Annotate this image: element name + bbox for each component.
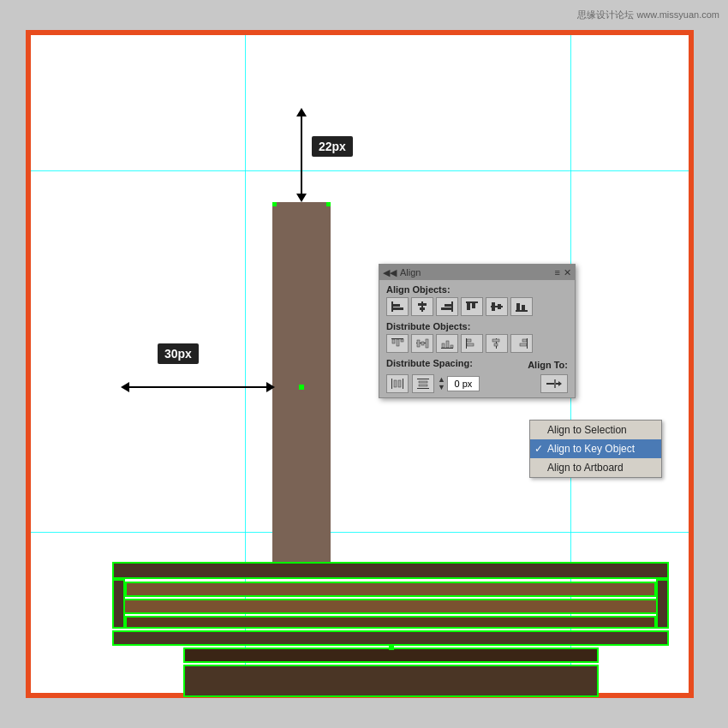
svg-rect-7 bbox=[445, 304, 451, 307]
distribute-objects-label: Distribute Objects: bbox=[386, 321, 568, 331]
svg-rect-49 bbox=[554, 379, 556, 388]
svg-rect-46 bbox=[419, 385, 427, 386]
svg-rect-16 bbox=[516, 303, 520, 310]
svg-rect-5 bbox=[420, 307, 425, 310]
green-dot-platform bbox=[389, 645, 394, 650]
distribute-spacing-label: Distribute Spacing: bbox=[386, 358, 473, 368]
svg-rect-28 bbox=[446, 341, 449, 348]
align-to-label: Align To: bbox=[528, 360, 568, 370]
align-panel-close-icon[interactable]: ✕ bbox=[564, 267, 571, 278]
dist-left-edges-btn[interactable] bbox=[461, 334, 483, 353]
arrow-head-right bbox=[266, 382, 275, 392]
align-center-h-btn[interactable] bbox=[411, 297, 433, 316]
dist-center-v-btn[interactable] bbox=[411, 334, 433, 353]
svg-marker-48 bbox=[558, 381, 562, 386]
corner-dot-tr bbox=[326, 202, 331, 206]
svg-rect-19 bbox=[392, 339, 395, 343]
distribute-objects-row bbox=[386, 334, 568, 353]
svg-rect-23 bbox=[417, 340, 420, 347]
platform-base-bottom bbox=[183, 665, 599, 697]
canvas-area: 22px 30px ◀◀ Align ≡ bbox=[0, 0, 728, 728]
svg-rect-37 bbox=[522, 339, 527, 342]
label-30px: 30px bbox=[158, 343, 199, 364]
green-dot-center bbox=[299, 385, 304, 390]
svg-rect-9 bbox=[466, 301, 478, 303]
svg-rect-11 bbox=[472, 303, 475, 308]
dist-spacing-h-btn[interactable] bbox=[386, 374, 409, 393]
arrow-30px bbox=[121, 382, 275, 392]
platform-base-top bbox=[112, 562, 669, 579]
arrow-head-down bbox=[296, 194, 307, 202]
align-panel-titlebar: ◀◀ Align ≡ ✕ bbox=[379, 265, 575, 280]
svg-rect-25 bbox=[426, 339, 428, 348]
svg-rect-35 bbox=[494, 343, 498, 346]
svg-rect-38 bbox=[520, 343, 527, 346]
arrow-head-left bbox=[121, 382, 129, 392]
align-objects-row bbox=[386, 297, 568, 316]
guide-horizontal-1 bbox=[31, 170, 689, 171]
align-right-edges-btn[interactable] bbox=[436, 297, 458, 316]
dropdown-item-selection[interactable]: Align to Selection bbox=[530, 421, 661, 439]
align-to-btn[interactable] bbox=[540, 374, 568, 393]
align-objects-label: Align Objects: bbox=[386, 284, 568, 295]
align-center-v-btn[interactable] bbox=[486, 297, 508, 316]
arrow-line-22 bbox=[301, 116, 302, 194]
spacing-input[interactable]: 0 px bbox=[447, 376, 480, 391]
svg-rect-29 bbox=[451, 345, 453, 348]
svg-rect-13 bbox=[492, 302, 495, 311]
svg-rect-34 bbox=[492, 339, 499, 342]
platform-strip-1 bbox=[125, 582, 656, 597]
platform-strip-2 bbox=[112, 599, 669, 614]
dist-top-edges-btn[interactable] bbox=[386, 334, 409, 353]
align-top-edges-btn[interactable] bbox=[461, 297, 483, 316]
guide-horizontal-2 bbox=[31, 532, 689, 533]
side-ext-left bbox=[112, 579, 125, 629]
dist-right-edges-btn[interactable] bbox=[510, 334, 533, 353]
arrow-22px bbox=[296, 108, 307, 202]
svg-rect-42 bbox=[398, 380, 401, 387]
spacing-input-group: ▲ ▼ 0 px bbox=[438, 376, 480, 391]
align-bottom-edges-btn[interactable] bbox=[510, 297, 533, 316]
svg-rect-1 bbox=[393, 304, 400, 307]
svg-rect-2 bbox=[393, 307, 403, 310]
arrow-line-30 bbox=[129, 386, 266, 388]
svg-rect-24 bbox=[421, 342, 424, 345]
label-22px: 22px bbox=[312, 136, 353, 157]
align-panel-title: ◀◀ Align bbox=[383, 267, 421, 278]
align-panel-collapse[interactable]: ◀◀ bbox=[383, 267, 397, 278]
platform-strip-4 bbox=[112, 630, 669, 646]
dist-spacing-v-btn[interactable] bbox=[412, 374, 434, 393]
align-panel-body: Align Objects: bbox=[379, 280, 575, 397]
svg-rect-41 bbox=[394, 380, 397, 387]
align-panel-menu-icon[interactable]: ≡ bbox=[555, 267, 560, 278]
align-panel-label: Align bbox=[400, 267, 421, 277]
side-ext-right bbox=[656, 579, 669, 629]
dist-center-h-btn[interactable] bbox=[486, 334, 508, 353]
svg-rect-17 bbox=[522, 305, 525, 310]
dropdown-item-artboard[interactable]: Align to Artboard bbox=[530, 458, 661, 477]
align-to-dropdown[interactable]: Align to Selection Align to Key Object A… bbox=[529, 420, 662, 478]
svg-rect-31 bbox=[467, 339, 471, 342]
svg-rect-32 bbox=[467, 343, 474, 346]
artboard: 22px 30px bbox=[26, 30, 694, 698]
svg-rect-10 bbox=[467, 303, 470, 310]
svg-rect-40 bbox=[403, 379, 403, 389]
dist-bottom-edges-btn[interactable] bbox=[436, 334, 458, 353]
svg-rect-6 bbox=[451, 301, 453, 312]
svg-rect-43 bbox=[417, 379, 429, 379]
svg-rect-47 bbox=[546, 383, 558, 385]
align-left-edges-btn[interactable] bbox=[386, 297, 409, 316]
dropdown-item-key-object[interactable]: Align to Key Object bbox=[530, 439, 661, 458]
svg-rect-39 bbox=[391, 379, 392, 389]
svg-rect-14 bbox=[498, 304, 501, 309]
watermark: 思缘设计论坛 www.missyuan.com bbox=[577, 9, 719, 21]
svg-rect-27 bbox=[442, 343, 445, 348]
svg-rect-44 bbox=[417, 388, 429, 389]
align-panel-controls: ≡ ✕ bbox=[555, 267, 571, 278]
corner-dot-tl bbox=[272, 202, 277, 206]
arrow-head-up bbox=[296, 108, 307, 116]
svg-rect-3 bbox=[421, 301, 423, 312]
align-panel: ◀◀ Align ≡ ✕ Align Objects: bbox=[379, 264, 576, 398]
platform-strip-3 bbox=[125, 616, 656, 629]
svg-rect-0 bbox=[391, 301, 393, 312]
